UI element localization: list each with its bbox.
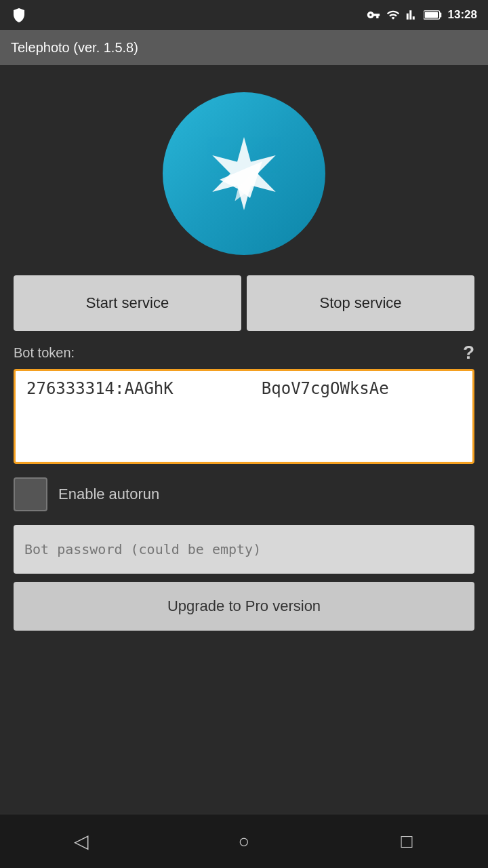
app-logo <box>163 92 325 255</box>
status-bar-right: 13:28 <box>367 8 477 22</box>
autorun-label: Enable autorun <box>58 486 159 503</box>
logo-container <box>163 92 325 255</box>
app-logo-icon <box>183 113 305 235</box>
recent-button[interactable]: □ <box>380 825 434 859</box>
autorun-row: Enable autorun <box>14 477 474 511</box>
status-time: 13:28 <box>448 8 477 22</box>
app-title: Telephoto (ver. 1.5.8) <box>11 40 138 56</box>
wifi-icon <box>386 8 401 22</box>
nav-bar: ◁ ○ □ <box>0 814 488 868</box>
help-icon[interactable]: ? <box>463 342 474 363</box>
service-buttons-row: Start service Stop service <box>14 275 474 331</box>
bot-token-input[interactable]: 276333314:AAGhK BqoV7cgOWksAe <box>14 369 474 464</box>
bot-password-input[interactable] <box>14 525 474 574</box>
signal-icon <box>406 8 418 22</box>
bot-token-label-row: Bot token: ? <box>14 342 474 363</box>
battery-icon <box>424 9 443 21</box>
status-bar: 13:28 <box>0 0 488 30</box>
main-content: Start service Stop service Bot token: ? … <box>0 65 488 814</box>
svg-rect-1 <box>439 13 441 18</box>
stop-service-button[interactable]: Stop service <box>247 275 474 331</box>
autorun-checkbox[interactable] <box>14 477 47 511</box>
title-bar: Telephoto (ver. 1.5.8) <box>0 30 488 65</box>
home-button[interactable]: ○ <box>217 825 271 859</box>
status-bar-left <box>11 7 27 23</box>
back-button[interactable]: ◁ <box>54 825 108 859</box>
shield-icon <box>11 7 27 23</box>
start-service-button[interactable]: Start service <box>14 275 241 331</box>
bot-token-label: Bot token: <box>14 345 75 361</box>
upgrade-button[interactable]: Upgrade to Pro version <box>14 582 474 631</box>
key-icon <box>367 8 380 22</box>
svg-rect-2 <box>424 12 437 18</box>
